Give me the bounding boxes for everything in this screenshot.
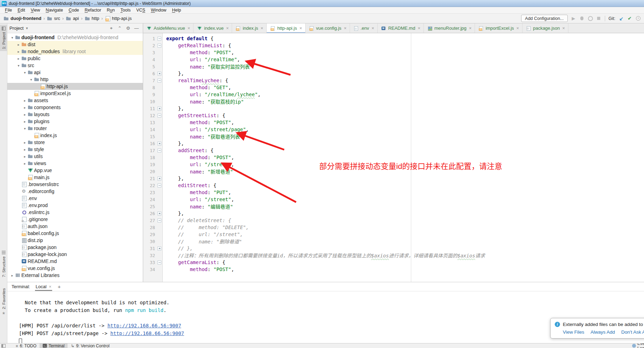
fold-gutter[interactable] <box>155 98 163 105</box>
tree-item-assets[interactable]: ▸assets <box>7 97 143 104</box>
code-editor[interactable]: 1export default {2 getRealTimeList: {3 m… <box>143 33 644 282</box>
line-number[interactable]: 8 <box>143 85 155 90</box>
line-number[interactable]: 13 <box>143 120 155 125</box>
tree-item-package-lock-json[interactable]: package-lock.json <box>7 251 143 258</box>
line-number[interactable]: 31 <box>143 246 155 251</box>
fold-marker-icon[interactable] <box>155 245 163 252</box>
tree-item-importexcel-js[interactable]: importExcel.js <box>7 90 143 97</box>
stop-icon[interactable] <box>596 16 601 21</box>
fold-gutter[interactable] <box>155 231 163 238</box>
tree-item-node-modules[interactable]: ▸node_moduleslibrary root <box>7 48 143 55</box>
tree-item-utils[interactable]: ▸utils <box>7 153 143 160</box>
tree-item-plugins[interactable]: ▸plugins <box>7 118 143 125</box>
tab-env[interactable]: .env× <box>350 23 378 33</box>
fold-gutter[interactable] <box>155 119 163 126</box>
chevron-icon[interactable]: ▸ <box>22 113 28 116</box>
sidebar-item-project[interactable]: 1: Project <box>0 25 7 51</box>
line-number[interactable]: 17 <box>143 148 155 153</box>
tree-item-src[interactable]: ▾src <box>7 62 143 69</box>
tree-item-app-vue[interactable]: App.vue <box>7 167 143 174</box>
close-icon[interactable]: × <box>49 284 51 289</box>
fold-gutter[interactable] <box>155 196 163 203</box>
git-update-icon[interactable]: ↙ <box>619 16 624 21</box>
line-number[interactable]: 10 <box>143 99 155 104</box>
terminal-link[interactable]: http://192.168.66.56:9007 <box>110 331 184 336</box>
breadcrumb-item-duoji-frontend[interactable]: duoji-frontend <box>4 16 41 21</box>
menu-file[interactable]: File <box>2 8 15 13</box>
chevron-icon[interactable]: ▾ <box>22 71 28 74</box>
fold-gutter[interactable] <box>155 84 163 91</box>
tab-close-icon[interactable]: × <box>469 26 472 31</box>
terminal-tab-local[interactable]: Local × <box>35 282 52 291</box>
tree-item-browserslistrc[interactable]: .browserslistrc <box>7 181 143 188</box>
menu-window[interactable]: Window <box>148 8 169 13</box>
line-number[interactable]: 11 <box>143 106 155 111</box>
line-number[interactable]: 2 <box>143 43 155 48</box>
notification-action-always-add[interactable]: Always Add <box>590 329 615 335</box>
breadcrumb-item-src[interactable]: src <box>47 16 60 21</box>
tab-index-js[interactable]: index.js× <box>232 23 267 33</box>
fold-marker-icon[interactable] <box>155 259 163 266</box>
tab-http-api-js[interactable]: http-api.js× <box>267 23 306 33</box>
status-item-version-control[interactable]: ↳ 9: Version Control <box>68 343 112 348</box>
gear-icon[interactable]: ⚙ <box>124 26 132 31</box>
terminal-link[interactable]: http://192.168.66.56:9007 <box>107 323 181 328</box>
breadcrumb-item-http-api-js[interactable]: http-api.js <box>105 16 132 21</box>
fold-gutter[interactable] <box>155 161 163 168</box>
sidebar-item-structure[interactable]: 7: Structure <box>0 249 7 279</box>
tab-readme-md[interactable]: README.md× <box>378 23 424 33</box>
chevron-down-icon[interactable]: ▼ <box>25 27 28 30</box>
line-number[interactable]: 3 <box>143 50 155 55</box>
fold-gutter[interactable] <box>155 266 163 273</box>
chevron-icon[interactable]: ▸ <box>22 99 28 102</box>
fold-marker-icon[interactable] <box>155 182 163 189</box>
chevron-icon[interactable]: ▾ <box>9 36 15 40</box>
tree-item-components[interactable]: ▸components <box>7 104 143 111</box>
line-number[interactable]: 27 <box>143 218 155 223</box>
tree-item-gitignore[interactable]: .gitignore <box>7 216 143 223</box>
tree-item-env-prod[interactable]: .env.prod <box>7 202 143 209</box>
chevron-icon[interactable]: ▾ <box>22 127 28 130</box>
chevron-icon[interactable]: ▸ <box>22 155 28 158</box>
tree-item-auth-json[interactable]: auth.json <box>7 223 143 230</box>
tab-close-icon[interactable]: × <box>261 26 264 31</box>
fold-gutter[interactable] <box>155 63 163 70</box>
menu-view[interactable]: View <box>28 8 43 13</box>
line-number[interactable]: 9 <box>143 92 155 97</box>
menu-run[interactable]: Run <box>104 8 118 13</box>
tree-item-dist[interactable]: ▸dist <box>7 41 143 48</box>
tab-menurouter-jpg[interactable]: menuRouter.jpg× <box>424 23 475 33</box>
history-icon[interactable] <box>636 16 640 21</box>
sidebar-item-favorites[interactable]: 2: Favorites ★ <box>0 286 7 317</box>
tree-item-style[interactable]: ▸style <box>7 146 143 153</box>
line-number[interactable]: 18 <box>143 155 155 160</box>
run-with-coverage-icon[interactable] <box>588 16 593 21</box>
git-commit-icon[interactable]: ✔ <box>627 16 632 21</box>
terminal-output[interactable]: Note that the development build is not o… <box>7 291 644 346</box>
tool-window-toggle-icon[interactable] <box>1 344 6 348</box>
line-number[interactable]: 22 <box>143 183 155 188</box>
menu-refactor[interactable]: Refactor <box>82 8 104 13</box>
tree-item-http[interactable]: ▾http <box>7 76 143 83</box>
fold-marker-icon[interactable] <box>155 42 163 49</box>
line-number[interactable]: 24 <box>143 197 155 202</box>
line-number[interactable]: 14 <box>143 127 155 132</box>
notification-action-don-t-ask-agai[interactable]: Don't Ask Agai <box>621 329 644 335</box>
line-number[interactable]: 23 <box>143 190 155 195</box>
fold-marker-icon[interactable] <box>155 210 163 217</box>
tree-item-external-libraries[interactable]: ▸External Libraries <box>7 272 143 279</box>
fold-gutter[interactable] <box>155 252 163 259</box>
tree-item-duoji-frontend[interactable]: ▾duoji-frontendD:\zheheWeb\duoji-fronten… <box>7 34 143 41</box>
tab-package-json[interactable]: package.json× <box>523 23 568 33</box>
line-number[interactable]: 7 <box>143 78 155 83</box>
line-number[interactable]: 33 <box>143 260 155 265</box>
tree-item-http-api-js[interactable]: http-api.js <box>7 83 143 90</box>
line-number[interactable]: 21 <box>143 176 155 181</box>
menu-edit[interactable]: Edit <box>15 8 28 13</box>
line-number[interactable]: 19 <box>143 162 155 167</box>
line-number[interactable]: 16 <box>143 141 155 146</box>
tree-item-main-js[interactable]: main.js <box>7 174 143 181</box>
fold-gutter[interactable] <box>155 56 163 63</box>
tree-item-readme-md[interactable]: README.md <box>7 258 143 265</box>
fold-gutter[interactable] <box>155 189 163 196</box>
